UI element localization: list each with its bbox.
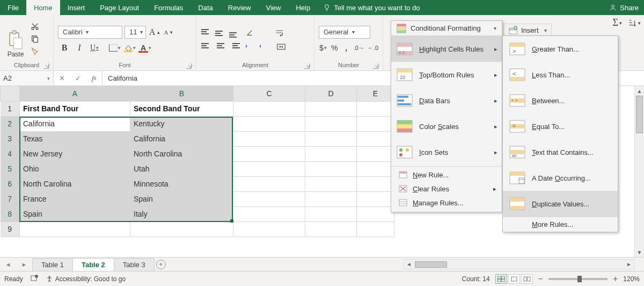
tab-view[interactable]: View: [258, 0, 288, 15]
align-right-button[interactable]: [229, 41, 240, 52]
scroll-right-button[interactable]: ►: [624, 261, 634, 267]
format-painter-button[interactable]: [30, 47, 40, 57]
cell[interactable]: [357, 131, 394, 146]
cell[interactable]: [233, 191, 305, 206]
cell[interactable]: [305, 206, 357, 221]
align-bottom-button[interactable]: [229, 27, 240, 38]
page-layout-view-button[interactable]: [508, 274, 520, 284]
scroll-thumb[interactable]: [636, 96, 643, 133]
zoom-in-button[interactable]: +: [613, 274, 618, 284]
cell[interactable]: [305, 131, 357, 146]
cell[interactable]: Kentucky: [130, 116, 233, 131]
column-header[interactable]: D: [305, 86, 357, 101]
tab-formulas[interactable]: Formulas: [147, 0, 191, 15]
cell[interactable]: [305, 221, 357, 237]
cell[interactable]: North Carolina: [130, 146, 233, 161]
zoom-slider[interactable]: [548, 278, 608, 280]
select-all-corner[interactable]: [1, 86, 20, 101]
normal-view-button[interactable]: [495, 274, 507, 284]
cell[interactable]: Spain: [20, 206, 130, 221]
zoom-out-button[interactable]: −: [538, 274, 543, 284]
paste-button[interactable]: Paste: [4, 21, 27, 59]
cell[interactable]: [357, 206, 394, 221]
bold-button[interactable]: B: [58, 42, 71, 54]
insert-function-button[interactable]: fx: [86, 74, 102, 83]
cell[interactable]: [357, 116, 394, 131]
cell[interactable]: Texas: [20, 131, 130, 146]
zoom-level[interactable]: 120%: [623, 275, 640, 283]
cut-button[interactable]: [30, 22, 40, 32]
rule-date-occurring[interactable]: A Date Occurring...: [503, 165, 618, 191]
font-color-button[interactable]: A: [138, 42, 151, 54]
number-format-combo[interactable]: General▾: [319, 26, 370, 39]
column-header[interactable]: B: [130, 86, 233, 101]
cell[interactable]: [357, 221, 394, 237]
new-sheet-button[interactable]: +: [154, 258, 168, 271]
sheet-prev-button[interactable]: ◄: [5, 261, 11, 268]
cf-highlight-cells-rules[interactable]: ≤ ≥ Highlight Cells Rules ▸: [391, 36, 502, 62]
name-box[interactable]: A2 ▾: [0, 71, 54, 85]
scroll-left-button[interactable]: ◄: [404, 261, 414, 267]
row-header[interactable]: 2: [1, 116, 20, 131]
row-header[interactable]: 6: [1, 176, 20, 191]
column-header[interactable]: A: [20, 86, 130, 101]
dialog-launcher-icon[interactable]: [373, 63, 378, 69]
tab-file[interactable]: File: [0, 0, 26, 15]
row-header[interactable]: 7: [1, 191, 20, 206]
cell[interactable]: [305, 146, 357, 161]
rule-duplicate-values[interactable]: Duplicate Values...: [503, 191, 618, 217]
cf-clear-rules[interactable]: Clear Rules ▸: [391, 182, 502, 196]
increase-indent-button[interactable]: [258, 41, 269, 52]
align-left-button[interactable]: [201, 41, 213, 52]
cell[interactable]: [305, 116, 357, 131]
increase-font-button[interactable]: A▴: [148, 26, 161, 38]
comma-format-button[interactable]: ,: [342, 42, 350, 54]
row-header[interactable]: 8: [1, 206, 20, 221]
cell[interactable]: [233, 101, 305, 116]
row-header[interactable]: 4: [1, 146, 20, 161]
align-top-button[interactable]: [201, 27, 213, 38]
align-center-button[interactable]: [215, 41, 226, 52]
sort-filter-button[interactable]: ▾: [627, 18, 641, 28]
cell[interactable]: New Jersey: [20, 146, 130, 161]
row-header[interactable]: 1: [1, 101, 20, 116]
dialog-launcher-icon[interactable]: [186, 63, 192, 69]
cell[interactable]: [357, 146, 394, 161]
orientation-button[interactable]: [244, 27, 255, 38]
cell[interactable]: [357, 161, 394, 176]
cell[interactable]: [357, 101, 394, 116]
cf-color-scales[interactable]: Color Scales ▸: [391, 113, 502, 139]
tab-insert[interactable]: Insert: [60, 0, 93, 15]
cell[interactable]: [233, 146, 305, 161]
cell[interactable]: California: [130, 131, 233, 146]
cell[interactable]: Minnesota: [130, 176, 233, 191]
accessibility-status[interactable]: Accessibility: Good to go: [46, 275, 126, 283]
rule-between[interactable]: < > Between...: [503, 88, 618, 113]
row-header[interactable]: 3: [1, 131, 20, 146]
dialog-launcher-icon[interactable]: [304, 63, 310, 69]
horizontal-scrollbar[interactable]: ◄ ►: [404, 259, 634, 269]
align-middle-button[interactable]: [215, 27, 226, 38]
cell[interactable]: [305, 176, 357, 191]
rule-less-than[interactable]: < Less Than...: [503, 62, 618, 88]
tab-review[interactable]: Review: [221, 0, 259, 15]
insert-cells-button[interactable]: Insert ▾: [503, 24, 552, 37]
tab-data[interactable]: Data: [191, 0, 220, 15]
font-name-combo[interactable]: Calibri▾: [58, 26, 122, 39]
copy-button[interactable]: [30, 34, 40, 45]
enter-formula-button[interactable]: ✓: [70, 74, 86, 82]
wrap-text-button[interactable]: [273, 27, 287, 38]
sheet-tab[interactable]: Table 3: [114, 258, 155, 271]
cell[interactable]: [357, 176, 394, 191]
cf-new-rule[interactable]: New Rule...: [391, 168, 502, 182]
percent-format-button[interactable]: %: [331, 42, 339, 54]
tab-help[interactable]: Help: [288, 0, 318, 15]
decrease-font-button[interactable]: A▾: [162, 26, 175, 38]
underline-button[interactable]: U: [88, 42, 101, 54]
cell[interactable]: [233, 161, 305, 176]
tab-home[interactable]: Home: [26, 0, 60, 15]
column-header[interactable]: E: [357, 86, 394, 101]
italic-button[interactable]: I: [73, 42, 86, 54]
cell[interactable]: [305, 101, 357, 116]
cell[interactable]: [233, 206, 305, 221]
